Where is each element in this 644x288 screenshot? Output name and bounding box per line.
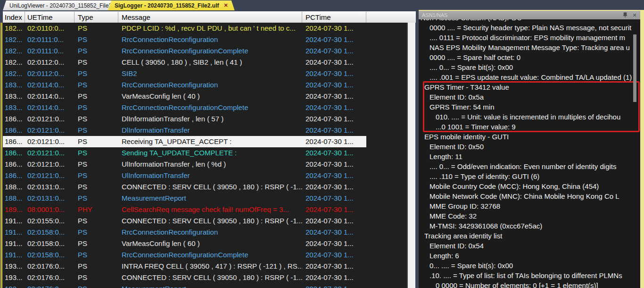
table-cell: 02:0121:0... [25, 113, 74, 125]
decode-line: Element ID: 0x50 [419, 142, 638, 152]
column-header-pctime[interactable]: PCTime [302, 12, 366, 23]
table-cell: PS [74, 79, 118, 91]
decode-line: Element ID: 0x54 [419, 241, 638, 251]
decode-line: 0... .... = Spare bit(s): 0x00 [419, 261, 638, 271]
table-cell: 02:0176:0... [25, 261, 74, 272]
table-cell: 02:0112:0... [25, 68, 74, 79]
column-header-message[interactable]: Message [118, 12, 302, 23]
table-scrollbar[interactable] [408, 23, 415, 288]
table-cell: 186... [3, 113, 25, 125]
table-cell: 191... [3, 227, 25, 238]
table-cell: PS [74, 57, 118, 68]
tab-unilogviewer[interactable]: UniLogViewer - 20240730_115852_File2.ulf [3, 0, 126, 10]
table-row[interactable]: 183...02:0114:0...PSVarMeasConfig len ( … [3, 91, 407, 102]
table-cell: 2024-07-30 1... [302, 215, 369, 227]
table-row[interactable]: 188...02:0131:0...PSCONNECTED : SERV CEL… [3, 181, 407, 193]
table-cell: 02:0121:0... [25, 159, 74, 170]
log-table: 182...02:0110:0...PSPDCP LCID : %d , rec… [3, 23, 407, 288]
table-cell: 2024-07-30 1... [302, 283, 369, 288]
pin-icon[interactable] [621, 12, 629, 18]
table-row[interactable]: 186...02:0121:0...PSReceiving TA_UPDATE_… [3, 136, 407, 147]
table-row[interactable]: 191...02:0155:0...PSCONNECTED : SERV CEL… [3, 215, 407, 227]
table-row[interactable]: 186...02:0121:0...PSUlInformationTransfe… [3, 170, 407, 181]
table-cell: PS [74, 91, 118, 102]
table-cell: MeasurementReport [118, 193, 302, 204]
table-cell: 2024-07-30 1... [302, 193, 369, 204]
column-header-type[interactable]: Type [74, 12, 118, 23]
table-cell: PS [74, 227, 118, 238]
table-cell: 182... [3, 23, 25, 34]
table-row[interactable]: 191...02:0158:0...PSRrcConnectionReconfi… [3, 227, 407, 238]
table-row[interactable]: 193...02:0176:0...PSINTRA FREQ CELL ( 39… [3, 261, 407, 272]
table-row[interactable]: 182...02:0111:0...PSRrcConnectionReconfi… [3, 34, 407, 45]
table-row[interactable]: 182...02:0112:0...PSSIB22024-07-30 1... [3, 68, 407, 79]
table-cell: 189... [3, 204, 25, 215]
decode-line: Tracking area identity list [419, 231, 638, 241]
table-cell: CellSearchReq message check fail! numOfF… [118, 204, 302, 215]
table-cell: 191... [3, 215, 25, 227]
table-cell: 02:0158:0... [25, 227, 74, 238]
table-row[interactable]: 182...02:0111:0...PSRrcConnectionReconfi… [3, 45, 407, 57]
table-cell: 182... [3, 68, 25, 79]
table-cell: PS [74, 215, 118, 227]
decode-line: .10. .... = Type of list: list of TAIs b… [419, 271, 638, 280]
table-cell: 193... [3, 261, 25, 272]
table-cell: 02:0114:0... [25, 102, 74, 113]
table-cell: PS [74, 181, 118, 193]
table-cell: 186... [3, 136, 25, 147]
table-cell: 02:0111:0... [25, 45, 74, 57]
table-cell: PS [74, 261, 118, 272]
table-cell: 2024-07-30 1... [302, 170, 369, 181]
table-row[interactable]: 186...02:0121:0...PSDlInformationTransfe… [3, 113, 407, 125]
table-cell: DlInformationTransfer , len ( 57 ) [118, 113, 302, 125]
tab-close-icon[interactable]: ✕ [223, 2, 228, 8]
table-row[interactable]: 186...02:0121:0...PSSending TA_UPDATE_CO… [3, 147, 407, 159]
table-row[interactable]: 189...08:0001:0...PHYCellSearchReq messa… [3, 204, 407, 215]
table-cell: 02:0155:0... [25, 215, 74, 227]
table-cell: PHY [74, 204, 118, 215]
table-cell: 02:0111:0... [25, 34, 74, 45]
decode-line: Mobile Country Code (MCC): Hong Kong, Ch… [419, 181, 638, 191]
table-cell: RrcConnectionReconfigurationComplete [118, 102, 302, 113]
table-row[interactable]: 193...02:0176:0...PSCONNECTED : SERV CEL… [3, 272, 407, 283]
panel-scrollbar[interactable] [633, 34, 636, 102]
table-cell: PS [74, 283, 118, 288]
panel-title: ASN1/NAS [419, 12, 621, 18]
table-cell: 2024-07-30 1... [302, 238, 369, 249]
table-cell: 2024-07-30 1... [302, 23, 369, 34]
table-row[interactable]: 186...02:0121:0...PSDlInformationTransfe… [3, 125, 407, 136]
decode-line: GPRS Timer - T3412 value [419, 82, 638, 92]
decode-line: Length: 11 [419, 152, 638, 161]
table-row[interactable]: 182...02:0110:0...PSPDCP LCID : %d , rec… [3, 23, 407, 34]
table-cell: 02:0121:0... [25, 125, 74, 136]
table-cell: 2024-07-30 1... [302, 227, 369, 238]
table-cell: 02:0121:0... [25, 136, 74, 147]
column-header-index[interactable]: Index [3, 12, 25, 23]
table-cell: 02:0114:0... [25, 79, 74, 91]
table-row[interactable]: 183...02:0114:0...PSRrcConnectionReconfi… [3, 79, 407, 91]
tab-siglogger[interactable]: SigLogger - 20240730_115852_File2.ulf ✕ [108, 0, 235, 10]
panel-close-icon[interactable]: ✕ [631, 12, 638, 18]
column-header-uetime[interactable]: UETime [25, 12, 74, 23]
table-cell: 02:0158:0... [25, 249, 74, 261]
table-row[interactable]: 183...02:0114:0...PSRrcConnectionReconfi… [3, 102, 407, 113]
table-row[interactable]: 186...02:0121:0...PSUlInformationTransfe… [3, 159, 407, 170]
table-row[interactable]: 182...02:0112:0...PSCELL ( 39050 , 180 )… [3, 57, 407, 68]
decode-line: 0 0000 = Number of elements: 0 [+1 = 1 e… [419, 280, 638, 288]
asn1-nas-panel-header: ASN1/NAS ✕ [419, 11, 640, 19]
table-cell: PS [74, 238, 118, 249]
table-row[interactable]: 193...02:0176:0...PSMeasurementReport202… [3, 283, 407, 288]
decode-line: 010. .... = Unit: value is incremented i… [419, 112, 638, 122]
table-cell: 186... [3, 170, 25, 181]
table-left-margin [0, 23, 2, 288]
table-cell: VarMeasConfig len ( 60 ) [118, 238, 302, 249]
decode-line: NAS EPS Mobility Management Message Type… [419, 42, 638, 52]
table-cell: 2024-07-30 1... [302, 57, 369, 68]
table-cell: SIB2 [118, 68, 302, 79]
table-row[interactable]: 191...02:0158:0...PSVarMeasConfig len ( … [3, 238, 407, 249]
table-row[interactable]: 191...02:0158:0...PSRrcConnectionReconfi… [3, 249, 407, 261]
app-window: UniLogViewer - 20240730_115852_File2.ulf… [0, 0, 644, 288]
table-cell: 191... [3, 249, 25, 261]
table-cell: 02:0176:0... [25, 283, 74, 288]
table-row[interactable]: 188...02:0131:0...PSMeasurementReport202… [3, 193, 407, 204]
